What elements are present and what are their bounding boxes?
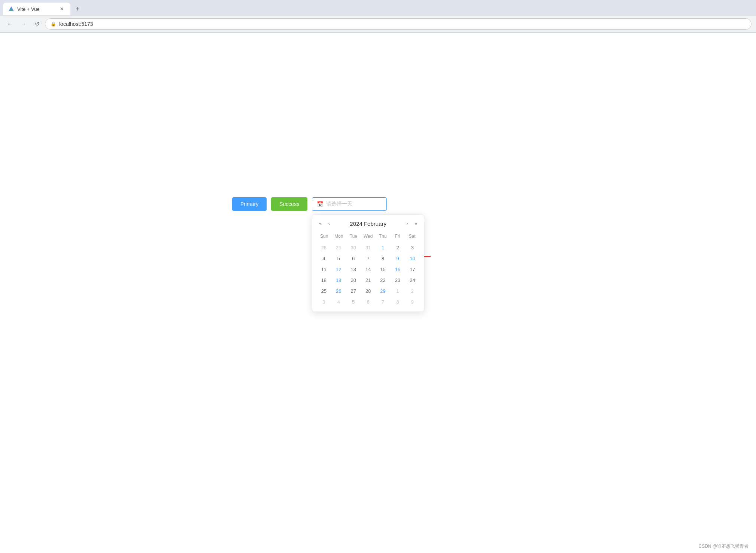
browser-chrome: Vite + Vue ✕ + ← → ↺ 🔒 localhost:5173 [0,0,756,33]
lock-icon: 🔒 [51,21,56,27]
tab-title: Vite + Vue [17,6,55,12]
calendar-header: « ‹ 2024 February › » [317,219,419,228]
calendar-day[interactable]: 23 [391,275,404,285]
calendar-day[interactable]: 2 [406,286,419,296]
calendar-day[interactable]: 24 [406,275,419,285]
calendar-icon: 📅 [317,201,323,207]
calendar-day[interactable]: 9 [406,297,419,307]
weekday-sat: Sat [405,232,419,240]
calendar-day[interactable]: 14 [361,264,375,274]
calendar-day[interactable]: 7 [361,253,375,264]
weekday-mon: Mon [331,232,346,240]
page-content: Primary Success 📅 请选择一天 « ‹ 2024 Februar… [0,33,756,553]
next-year-button[interactable]: » [412,219,419,228]
calendar-day[interactable]: 21 [361,275,375,285]
date-placeholder: 请选择一天 [326,201,352,207]
calendar-day[interactable]: 1 [391,286,404,296]
prev-year-button[interactable]: « [317,219,324,228]
forward-button[interactable]: → [18,18,29,30]
refresh-button[interactable]: ↺ [31,18,43,30]
prev-month-button[interactable]: ‹ [326,219,332,228]
weekday-fri: Fri [390,232,405,240]
primary-button[interactable]: Primary [232,197,267,211]
calendar-day[interactable]: 5 [332,253,346,264]
calendar-day[interactable]: 15 [376,264,390,274]
nav-bar: ← → ↺ 🔒 localhost:5173 [0,16,756,32]
new-tab-button[interactable]: + [73,4,83,15]
page-footer: CSDN @谁不想飞狮青者 [698,543,749,550]
calendar-day[interactable]: 29 [332,243,346,253]
calendar-day[interactable]: 28 [317,243,331,253]
tab-close-button[interactable]: ✕ [58,6,65,12]
calendar-day[interactable]: 3 [317,297,331,307]
address-text: localhost:5173 [59,21,93,27]
calendar-day[interactable]: 28 [361,286,375,296]
calendar-day[interactable]: 9 [391,253,404,264]
calendar-weekdays: Sun Mon Tue Wed Thu Fri Sat [317,232,419,240]
year-month-display: 2024 February [334,221,402,227]
calendar-day[interactable]: 25 [317,286,331,296]
next-month-button[interactable]: › [404,219,410,228]
calendar-day[interactable]: 8 [376,253,390,264]
calendar-day[interactable]: 6 [361,297,375,307]
calendar-dropdown: « ‹ 2024 February › » Sun Mon Tue Wed Th… [312,215,424,312]
back-button[interactable]: ← [4,18,16,30]
calendar-day[interactable]: 8 [391,297,404,307]
calendar-days: 2829303112345678910111213141516171819202… [317,243,419,307]
browser-tab[interactable]: Vite + Vue ✕ [3,3,70,15]
calendar-day[interactable]: 2 [391,243,404,253]
tab-bar: Vite + Vue ✕ + [0,0,756,16]
success-button[interactable]: Success [271,197,307,211]
calendar-day[interactable]: 7 [376,297,390,307]
calendar-day[interactable]: 26 [332,286,346,296]
weekday-thu: Thu [376,232,390,240]
calendar-day[interactable]: 11 [317,264,331,274]
date-picker-wrapper: 📅 请选择一天 « ‹ 2024 February › » [312,197,387,211]
calendar-day[interactable]: 16 [391,264,404,274]
calendar-day[interactable]: 22 [376,275,390,285]
footer-text: CSDN @谁不想飞狮青者 [698,544,749,549]
calendar-day[interactable]: 20 [346,275,360,285]
calendar-day[interactable]: 27 [346,286,360,296]
calendar-day[interactable]: 19 [332,275,346,285]
calendar-day[interactable]: 29 [376,286,390,296]
date-input[interactable]: 📅 请选择一天 [312,197,387,211]
address-bar[interactable]: 🔒 localhost:5173 [45,18,752,30]
calendar-day[interactable]: 13 [346,264,360,274]
ui-controls-area: Primary Success 📅 请选择一天 « ‹ 2024 Februar… [232,197,387,211]
calendar-day[interactable]: 18 [317,275,331,285]
calendar-day[interactable]: 10 [406,253,419,264]
calendar-day[interactable]: 4 [317,253,331,264]
year-label: 2024 [350,221,362,227]
tab-favicon [8,6,14,12]
calendar-day[interactable]: 5 [346,297,360,307]
weekday-tue: Tue [346,232,361,240]
calendar-day[interactable]: 4 [332,297,346,307]
calendar-day[interactable]: 3 [406,243,419,253]
calendar-day[interactable]: 6 [346,253,360,264]
calendar-day[interactable]: 12 [332,264,346,274]
weekday-sun: Sun [317,232,331,240]
month-name: February [364,221,386,227]
calendar-day[interactable]: 1 [376,243,390,253]
calendar-day[interactable]: 30 [346,243,360,253]
calendar-day[interactable]: 17 [406,264,419,274]
weekday-wed: Wed [361,232,376,240]
calendar-day[interactable]: 31 [361,243,375,253]
